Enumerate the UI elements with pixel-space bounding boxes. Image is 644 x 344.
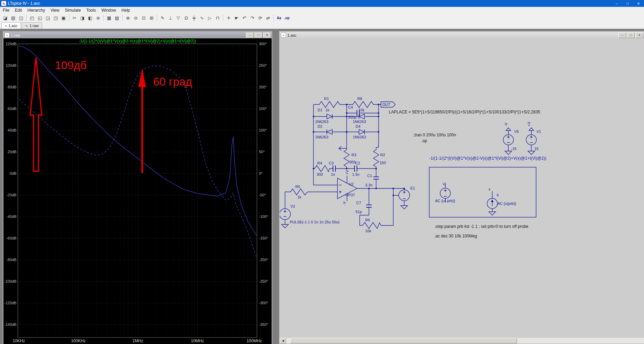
toolbar-wire-button[interactable]: ✎ — [159, 14, 166, 21]
label-c3-value: 1n — [331, 172, 335, 176]
toolbar-rotate-button[interactable]: ⟳ — [257, 14, 264, 21]
toolbar-print-preview-button[interactable]: ▧ — [113, 14, 121, 21]
toolbar-separator — [223, 15, 223, 21]
close-button[interactable]: ✕ — [633, 0, 644, 7]
schematic-maximize-button[interactable]: □ — [627, 33, 635, 38]
toolbar-cut-button[interactable]: ✂ — [71, 14, 78, 21]
toolbar-open-button[interactable]: ▤ — [10, 14, 17, 21]
resistor-R8[interactable] — [353, 101, 373, 108]
toolbar-find-button[interactable]: ⊚ — [95, 14, 102, 21]
voltage-source-V2[interactable] — [280, 209, 290, 220]
toolbar-undo-button[interactable]: ↶ — [241, 14, 248, 21]
resistor-R3[interactable] — [344, 150, 349, 167]
frequency-tick-label: 1MHz — [133, 339, 143, 343]
laplace-directive[interactable]: LAPLACE = 5E5*(1+S/116650/2/PI)/((1+S/16… — [389, 110, 540, 114]
label-r8-value: 10k — [358, 108, 364, 112]
schematic-canvas[interactable]: R1 1k R8 10k C4 300p D1 1N6263 D2 1N6263… — [280, 38, 643, 339]
label-r1-name: R1 — [324, 97, 329, 101]
resistor-R4[interactable] — [314, 165, 330, 172]
tab-1asc[interactable]: ⌁ 1.asc — [1, 22, 21, 29]
loop-gain-expression[interactable]: -1/(1-1/(2*(I(Vi)@1*V(x)@2-V(x)@1*I(Vi)@… — [429, 156, 546, 161]
menu-tools[interactable]: Tools — [84, 7, 99, 13]
toolbar-spice-directive-button[interactable]: .op — [283, 14, 290, 21]
toolbar-capacitor-button[interactable]: ╪ — [190, 14, 198, 21]
toolbar-inductor-button[interactable]: ∿ — [198, 14, 206, 21]
toolbar-redo-button[interactable]: ↷ — [249, 14, 256, 21]
voltage-source-V5[interactable] — [503, 135, 513, 145]
plot-window-buttons: – □ ✕ — [245, 33, 271, 38]
menu-edit[interactable]: Edit — [12, 7, 25, 13]
toolbar-zoom-window-button[interactable]: ◳ — [52, 14, 59, 21]
dependent-source-E1[interactable] — [399, 190, 410, 201]
menu-window[interactable]: Window — [99, 7, 119, 13]
horizontal-scrollbar[interactable]: ◀ — [280, 338, 644, 343]
minimize-button[interactable]: – — [611, 0, 622, 7]
label-c7-name: C7 — [356, 201, 361, 205]
toolbar-copy-button[interactable]: ◨ — [79, 14, 86, 21]
toolbar-zoom-in-button[interactable]: ⊕ — [124, 14, 132, 21]
voltage-source-Vi[interactable] — [440, 188, 450, 198]
toolbar-close-window-button[interactable]: ▣ — [60, 14, 67, 21]
toolbar-cascade-windows-button[interactable]: ◰ — [28, 14, 36, 21]
menu-hierarchy[interactable]: Hierarchy — [25, 7, 48, 13]
diode-D1[interactable] — [327, 114, 332, 119]
toolbar-tile-vertical-button[interactable]: ◲ — [44, 14, 51, 21]
voltage-source-V1[interactable] — [526, 135, 536, 145]
menu-help[interactable]: Help — [119, 7, 133, 13]
resistor-R1[interactable] — [319, 101, 340, 108]
toolbar-resistor-button[interactable]: Ω — [183, 14, 190, 21]
resistor-R5[interactable] — [290, 189, 308, 195]
tran-comment[interactable]: ;tran 0 200u 100u 100n — [413, 133, 456, 137]
schematic-window-titlebar[interactable]: ⌁ 1.asc – □ ✕ — [280, 32, 644, 38]
toolbar: ◪▤◫◰◱◲◳▣✂◨◧⊚▦▧⊕⊖⊡⊞✎⊥▽Ω╪∿▷⊓✛☛↶↷⟳⇄Aa.op — [0, 13, 644, 23]
toolbar-drag-button[interactable]: ☛ — [233, 14, 240, 21]
maximize-button[interactable]: □ — [622, 0, 633, 7]
degree-tick-label: -100° — [259, 214, 268, 219]
trace-title[interactable]: -1/(1-1/(2*(I(Vi)@1*V(x)@2-V(x)@1*I(Vi)@… — [79, 39, 196, 44]
schematic-close-button[interactable]: ✕ — [635, 33, 643, 38]
tab-1raw[interactable]: ∿ 1.raw — [22, 22, 42, 29]
label-d2-name: D2 — [318, 124, 322, 128]
plot-minimize-button[interactable]: – — [246, 33, 254, 38]
scroll-left-button[interactable]: ◀ — [280, 338, 286, 343]
scrollbar-thumb[interactable] — [290, 338, 517, 343]
probe-box-outline — [429, 167, 536, 217]
tab-1raw-label: 1.raw — [29, 24, 39, 28]
plot-close-button[interactable]: ✕ — [263, 33, 271, 38]
diode-D4[interactable] — [359, 130, 364, 134]
label-r8-name: R8 — [357, 97, 362, 101]
toolbar-tile-horizontal-button[interactable]: ◱ — [36, 14, 44, 21]
schematic-minimize-button[interactable]: – — [618, 33, 626, 38]
toolbar-mirror-button[interactable]: ⇄ — [264, 14, 272, 21]
toolbar-separator — [273, 15, 274, 21]
step-directive[interactable]: .step param prb list -1 1 ; set prb=0 to… — [434, 224, 529, 229]
resistor-R6[interactable] — [362, 222, 381, 229]
menu-simulate[interactable]: Simulate — [62, 7, 84, 13]
diode-D3[interactable] — [359, 114, 364, 119]
toolbar-text-button[interactable]: Aa — [275, 14, 283, 21]
ac-directive[interactable]: .ac dec 30 10k 100Meg — [434, 234, 477, 238]
toolbar-zoom-full-extents-button[interactable]: ⊡ — [140, 14, 147, 21]
toolbar-paste-button[interactable]: ◧ — [87, 14, 94, 21]
toolbar-new-schematic-button[interactable]: ◪ — [2, 14, 9, 21]
resistor-R2[interactable] — [373, 150, 379, 167]
menu-view[interactable]: View — [48, 7, 62, 13]
toolbar-pan-button[interactable]: ⊞ — [148, 14, 155, 21]
label-r4-value: 300 — [317, 172, 323, 176]
plot-window-titlebar[interactable]: ∿ 1.raw – □ ✕ — [3, 32, 272, 38]
op-directive[interactable]: .op — [421, 138, 427, 143]
label-u2-value: OP37 — [345, 193, 355, 197]
toolbar-diode-button[interactable]: ▷ — [206, 14, 213, 21]
toolbar-save-button[interactable]: ◫ — [17, 14, 25, 21]
bode-plot-canvas[interactable]: 120dB100dB80dB60dB40dB20dB0dB-20dB-40dB-… — [3, 38, 272, 344]
toolbar-move-button[interactable]: ✛ — [225, 14, 232, 21]
plot-maximize-button[interactable]: □ — [255, 33, 262, 38]
menu-file[interactable]: File — [0, 7, 12, 13]
toolbar-ground-button[interactable]: ⊥ — [167, 14, 174, 21]
toolbar-zoom-out-button[interactable]: ⊖ — [132, 14, 139, 21]
toolbar-print-button[interactable]: ▦ — [106, 14, 113, 21]
toolbar-net-label-button[interactable]: ▽ — [175, 14, 182, 21]
diode-D2[interactable] — [327, 130, 332, 134]
current-source-Ii[interactable] — [487, 198, 497, 209]
toolbar-component-button[interactable]: ⊓ — [214, 14, 221, 21]
